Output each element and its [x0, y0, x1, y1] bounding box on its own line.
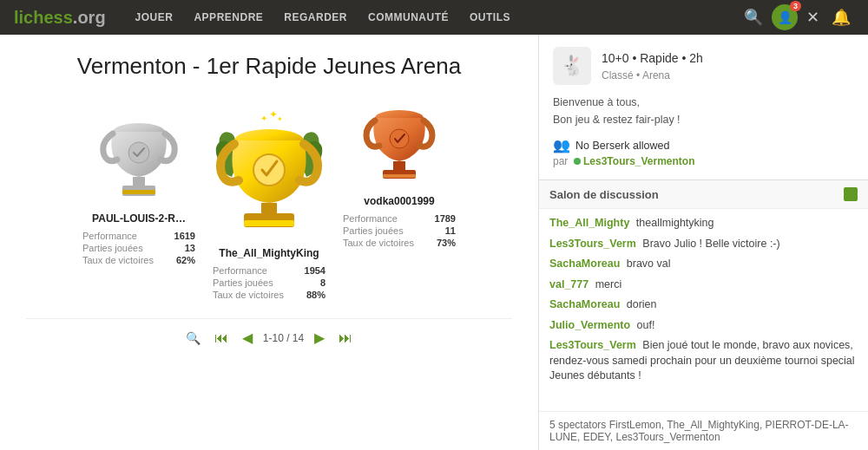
chat-user-2[interactable]: Les3Tours_Verm — [549, 238, 636, 250]
tournament-info: 🐇 10+0 • Rapide • 2h Classé • Arena Bien… — [539, 35, 868, 180]
organizer-name: Les3Tours_Vermenton — [583, 155, 694, 167]
trophy-second — [100, 108, 178, 205]
tournament-welcome: Bienvenue à tous,Bon jeu & restez fair-p… — [553, 94, 854, 128]
player-2-name: PAUL-LOUIS-2-R… — [92, 212, 186, 225]
chat-user-3[interactable]: SachaMoreau — [549, 258, 620, 270]
logo-tld: .org — [73, 8, 106, 27]
chat-message-3: SachaMoreau bravo val — [549, 257, 858, 272]
chat-message-7: Les3Tours_Verm Bien joué tout le monde, … — [549, 338, 858, 384]
nav-apprendre[interactable]: APPRENDRE — [185, 0, 272, 35]
tournament-meta: 10+0 • Rapide • 2h Classé • Arena — [602, 49, 703, 83]
nav-jouer[interactable]: JOUER — [127, 0, 182, 35]
podium-first: ✦ ✦ ✦ — [213, 108, 326, 301]
chat-message-4: val_777 merci — [549, 277, 858, 293]
nav-communaute[interactable]: COMMUNAUTÉ — [359, 0, 457, 35]
podium-third: vodka0001999 Performance 1789 Parties jo… — [343, 99, 456, 301]
arena-panel: Vermenton - 1er Rapide Jeunes Arena — [0, 35, 538, 450]
chat-text-1: theallmightyking — [636, 217, 714, 229]
chat-messages: The_All_Mighty theallmightyking Les3Tour… — [539, 209, 868, 411]
tournament-time-control: 10+0 • Rapide • 2h — [602, 49, 703, 68]
chat-online-button[interactable] — [844, 187, 858, 201]
player-3-name: vodka0001999 — [364, 195, 434, 207]
chat-user-5[interactable]: SachaMoreau — [549, 298, 620, 310]
player-1-name: The_All_MightyKing — [219, 247, 319, 259]
chat-message-5: SachaMoreau dorien — [549, 297, 858, 313]
page-info: 1-10 / 14 — [263, 332, 304, 344]
trophy-third — [360, 99, 438, 188]
chat-text-2: Bravo Julio ! Belle victoire :-) — [642, 238, 779, 250]
svg-rect-11 — [244, 220, 294, 226]
avatar-wrap[interactable]: 👤 3 — [772, 4, 798, 30]
logo[interactable]: lichess.org — [14, 8, 106, 28]
tournament-type: Classé • Arena — [602, 68, 703, 83]
first-page-button[interactable]: ⏮ — [211, 329, 232, 348]
logo-text: lichess — [14, 8, 73, 27]
podium: PAUL-LOUIS-2-R… Performance 1619 Parties… — [26, 99, 512, 301]
player-3-stats: Performance 1789 Parties jouées 11 Taux … — [343, 212, 456, 249]
chat-user-4[interactable]: val_777 — [549, 278, 589, 290]
svg-point-17 — [390, 129, 409, 148]
pagination: 🔍 ⏮ ◀ 1-10 / 14 ▶ ⏭ — [26, 318, 512, 349]
chat-user-1[interactable]: The_All_Mighty — [549, 217, 629, 229]
svg-rect-16 — [383, 174, 416, 178]
close-icon[interactable]: ✕ — [803, 4, 823, 30]
chat-spectators: 5 spectators FirstLemon, The_All_MightyK… — [539, 411, 868, 450]
chat-message-6: Julio_Vermento ouf! — [549, 318, 858, 334]
chat-title: Salon de discussion — [549, 188, 659, 201]
chat-user-7[interactable]: Les3Tours_Verm — [549, 339, 636, 351]
main-content: Vermenton - 1er Rapide Jeunes Arena — [0, 35, 868, 450]
svg-text:✦: ✦ — [277, 115, 283, 123]
nav-outils[interactable]: OUTILS — [461, 0, 519, 35]
chat-text-3: bravo val — [627, 258, 671, 270]
nav-links: JOUER APPRENDRE REGARDER COMMUNAUTÉ OUTI… — [127, 0, 740, 35]
svg-text:✦: ✦ — [260, 114, 267, 123]
chat-text-6: ouf! — [637, 319, 655, 331]
tournament-organizer-line: par Les3Tours_Vermenton — [553, 155, 854, 167]
prev-page-button[interactable]: ◀ — [239, 328, 256, 348]
chat-text-5: dorien — [627, 298, 657, 310]
next-page-button[interactable]: ▶ — [311, 328, 328, 348]
last-page-button[interactable]: ⏭ — [335, 329, 356, 348]
trophy-first: ✦ ✦ ✦ — [213, 108, 326, 240]
online-dot — [574, 158, 581, 165]
chat-panel: Salon de discussion The_All_Mighty theal… — [539, 180, 868, 450]
search-icon[interactable]: 🔍 — [740, 4, 766, 30]
arena-title: Vermenton - 1er Rapide Jeunes Arena — [26, 52, 512, 82]
notification-badge: 3 — [790, 1, 801, 11]
tournament-header: 🐇 10+0 • Rapide • 2h Classé • Arena — [553, 47, 854, 85]
svg-rect-3 — [122, 190, 155, 194]
tournament-icon: 🐇 — [553, 47, 591, 85]
nav-actions: 🔍 👤 3 ✕ 🔔 — [740, 4, 854, 30]
search-results-icon[interactable]: 🔍 — [182, 328, 204, 349]
svg-point-4 — [128, 142, 149, 163]
podium-second: PAUL-LOUIS-2-R… Performance 1619 Parties… — [82, 108, 195, 301]
navbar: lichess.org JOUER APPRENDRE REGARDER COM… — [0, 0, 868, 35]
tournament-rule: 👥 No Berserk allowed — [553, 137, 854, 153]
no-berserk-icon: 👥 — [553, 137, 570, 153]
player-2-stats: Performance 1619 Parties jouées 13 Taux … — [82, 230, 195, 266]
nav-regarder[interactable]: REGARDER — [275, 0, 356, 35]
chat-message-1: The_All_Mighty theallmightyking — [549, 216, 858, 232]
notification-icon[interactable]: 🔔 — [828, 4, 854, 30]
chat-user-6[interactable]: Julio_Vermento — [549, 319, 630, 331]
chat-message-2: Les3Tours_Verm Bravo Julio ! Belle victo… — [549, 237, 858, 252]
right-panel: 🐇 10+0 • Rapide • 2h Classé • Arena Bien… — [538, 35, 868, 450]
chat-text-4: merci — [595, 278, 622, 290]
rule-text: No Berserk allowed — [575, 140, 669, 152]
chat-header: Salon de discussion — [539, 180, 868, 209]
player-1-stats: Performance 1954 Parties jouées 8 Taux d… — [213, 264, 326, 301]
by-label: par — [553, 155, 568, 167]
